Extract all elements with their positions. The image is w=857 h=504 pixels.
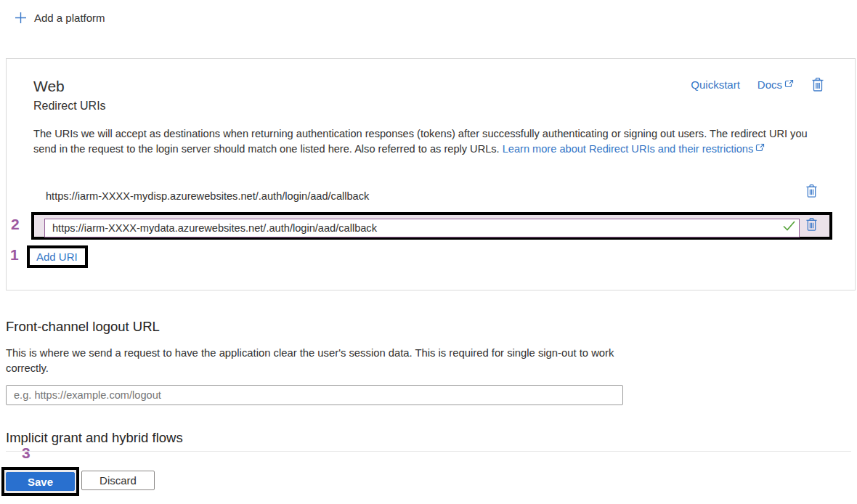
discard-button[interactable]: Discard — [81, 471, 155, 490]
add-platform-button[interactable]: Add a platform — [15, 12, 105, 24]
delete-uri-icon[interactable] — [805, 184, 818, 198]
annotation-box-step2 — [31, 212, 832, 240]
delete-uri-icon[interactable] — [805, 217, 818, 232]
redirect-uri-row: https://iarm-XXXX-mydisp.azurewebsites.n… — [46, 190, 369, 202]
external-link-icon — [755, 143, 765, 153]
add-uri-button[interactable]: Add URI — [36, 251, 78, 263]
external-link-icon — [784, 79, 794, 89]
docs-link[interactable]: Docs — [758, 78, 794, 91]
logout-url-input[interactable] — [6, 385, 623, 405]
card-title: Web — [33, 78, 65, 95]
valid-checkmark-icon — [782, 220, 796, 232]
annotation-box-step1: Add URI — [27, 245, 88, 268]
add-platform-label: Add a platform — [34, 12, 105, 24]
redirect-uri-input[interactable] — [44, 219, 800, 237]
quickstart-link[interactable]: Quickstart — [691, 78, 740, 91]
front-channel-heading: Front-channel logout URL — [6, 319, 160, 335]
annotation-number-1: 1 — [10, 246, 19, 264]
save-button[interactable]: Save — [6, 472, 75, 491]
front-channel-description: This is where we send a request to have … — [6, 346, 630, 376]
redirect-uri-description: The URIs we will accept as destinations … — [33, 126, 824, 157]
annotation-number-3: 3 — [22, 444, 31, 462]
web-platform-card: Web Redirect URIs Quickstart Docs The UR… — [6, 58, 856, 290]
section-divider — [6, 451, 851, 452]
implicit-grant-heading: Implicit grant and hybrid flows — [6, 430, 183, 446]
annotation-box-step3: Save — [1, 467, 79, 496]
learn-more-link[interactable]: Learn more about Redirect URIs and their… — [503, 143, 754, 155]
annotation-number-2: 2 — [11, 216, 20, 233]
card-header-actions: Quickstart Docs — [691, 77, 824, 92]
plus-icon — [15, 12, 27, 24]
card-subtitle: Redirect URIs — [33, 99, 106, 113]
delete-platform-icon[interactable] — [811, 77, 824, 92]
